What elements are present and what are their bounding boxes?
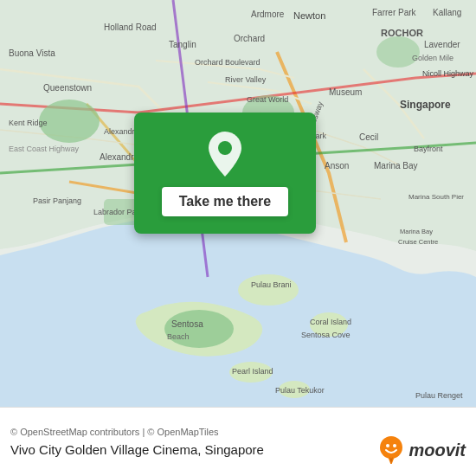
svg-text:Buona Vista: Buona Vista	[9, 48, 55, 58]
svg-text:Coral Island: Coral Island	[310, 318, 351, 326]
moovit-icon	[377, 436, 405, 464]
svg-text:Sentosa Cove: Sentosa Cove	[301, 331, 351, 339]
svg-text:Queenstown: Queenstown	[43, 83, 92, 93]
svg-text:Marina Bay: Marina Bay	[400, 228, 433, 235]
svg-text:Ardmore: Ardmore	[251, 10, 285, 19]
svg-text:Lavender: Lavender	[424, 40, 460, 49]
svg-text:Pulau Renget: Pulau Renget	[415, 391, 463, 400]
svg-point-5	[164, 310, 234, 348]
svg-text:Newton: Newton	[293, 10, 325, 21]
bottom-bar: © OpenStreetMap contributors | © OpenMap…	[0, 407, 476, 476]
moovit-text: moovit	[408, 441, 466, 460]
svg-text:Marina Bay: Marina Bay	[374, 161, 418, 170]
svg-text:Pearl Island: Pearl Island	[232, 367, 273, 376]
svg-text:Holland Road: Holland Road	[104, 23, 157, 32]
svg-text:Sentosa: Sentosa	[171, 319, 203, 329]
svg-text:Golden Mile: Golden Mile	[412, 54, 453, 62]
svg-text:Great World: Great World	[247, 95, 288, 104]
svg-text:Orchard Boulevard: Orchard Boulevard	[195, 58, 261, 67]
location-pin-icon	[204, 130, 246, 178]
svg-text:Cruise Centre: Cruise Centre	[398, 238, 438, 246]
svg-text:Museum: Museum	[329, 87, 362, 97]
svg-point-55	[393, 444, 396, 447]
svg-point-1	[39, 100, 100, 143]
svg-text:Singapore: Singapore	[400, 99, 451, 111]
svg-text:Kent Ridge: Kent Ridge	[9, 119, 48, 127]
take-me-there-button[interactable]: Take me there	[162, 187, 288, 216]
svg-point-6	[238, 274, 299, 306]
svg-point-52	[218, 141, 232, 155]
svg-text:Nicoll Highway: Nicoll Highway	[422, 69, 474, 78]
svg-text:Beach: Beach	[167, 332, 190, 341]
svg-text:River Valley: River Valley	[225, 75, 267, 84]
svg-text:Tanglin: Tanglin	[169, 40, 196, 49]
svg-point-54	[386, 444, 389, 447]
svg-text:Anson: Anson	[325, 161, 349, 170]
svg-text:Pulau Tekukor: Pulau Tekukor	[275, 386, 325, 395]
svg-text:Orchard: Orchard	[234, 34, 265, 43]
svg-text:Cecil: Cecil	[359, 132, 378, 142]
take-me-there-card[interactable]: Take me there	[134, 113, 316, 234]
svg-point-3	[376, 36, 420, 68]
svg-text:Farrer Park: Farrer Park	[372, 8, 417, 17]
map-container: Newton Holland Road Ardmore Farrer Park …	[0, 0, 476, 407]
svg-text:East Coast Highway: East Coast Highway	[9, 145, 80, 153]
svg-text:Marina South Pier: Marina South Pier	[408, 193, 464, 201]
svg-text:ROCHOR: ROCHOR	[381, 28, 423, 38]
svg-text:Bayfront: Bayfront	[414, 145, 443, 153]
svg-text:Pulau Brani: Pulau Brani	[251, 280, 292, 289]
svg-text:Pasir Panjang: Pasir Panjang	[33, 196, 81, 205]
moovit-logo: moovit	[377, 436, 466, 464]
svg-text:Kallang: Kallang	[433, 8, 461, 17]
svg-text:Alexandra: Alexandra	[100, 152, 138, 162]
